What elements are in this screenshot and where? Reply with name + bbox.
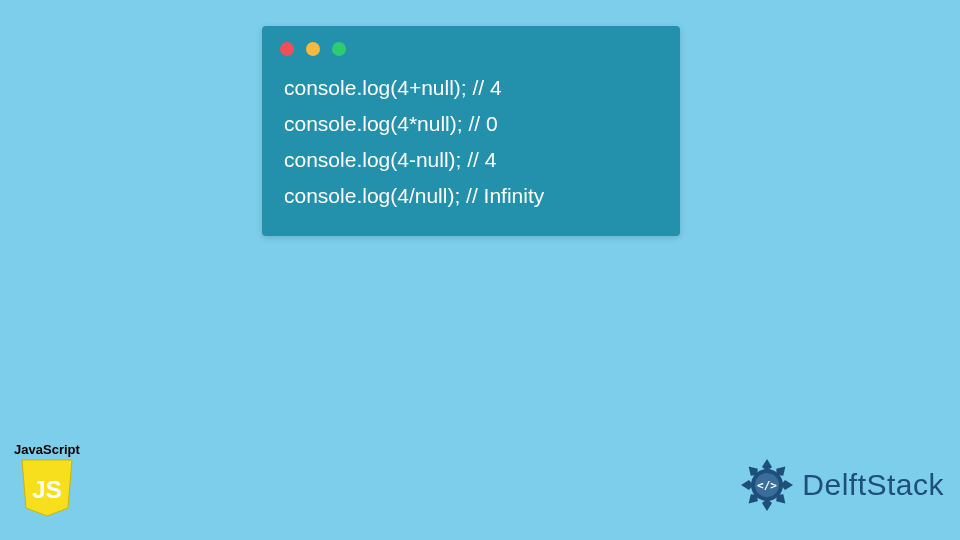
js-shield-text: JS	[32, 476, 61, 503]
code-line: console.log(4*null); // 0	[284, 106, 658, 142]
delftstack-text: DelftStack	[802, 468, 944, 502]
delftstack-logo: </> DelftStack	[738, 456, 944, 514]
window-traffic-lights	[262, 26, 680, 66]
code-line: console.log(4-null); // 4	[284, 142, 658, 178]
code-line: console.log(4+null); // 4	[284, 70, 658, 106]
minimize-icon	[306, 42, 320, 56]
close-icon	[280, 42, 294, 56]
delftstack-gear-icon: </>	[738, 456, 796, 514]
javascript-shield-icon: JS	[20, 458, 74, 518]
code-line: console.log(4/null); // Infinity	[284, 178, 658, 214]
code-body: console.log(4+null); // 4 console.log(4*…	[262, 66, 680, 214]
code-window: console.log(4+null); // 4 console.log(4*…	[262, 26, 680, 236]
svg-text:</>: </>	[757, 479, 777, 492]
maximize-icon	[332, 42, 346, 56]
javascript-label: JavaScript	[12, 442, 82, 457]
javascript-badge: JavaScript JS	[12, 442, 82, 518]
